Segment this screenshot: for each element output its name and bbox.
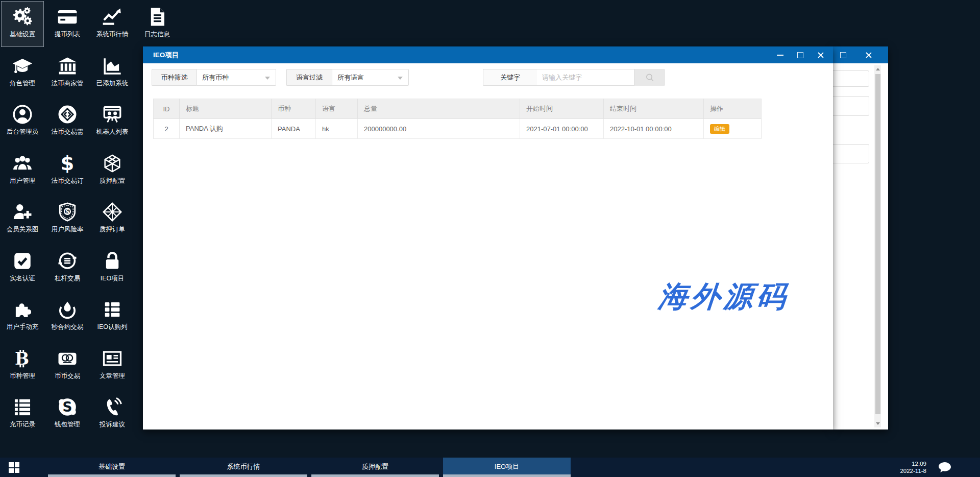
desktop-item-area-chart[interactable]: 已添加系统 bbox=[91, 50, 134, 96]
language-filter-dropdown[interactable]: 所有语言 bbox=[332, 69, 409, 86]
taskbar-tab[interactable]: 系统币行情 bbox=[180, 458, 307, 477]
desktop-item-puzzle[interactable]: 用户手动充 bbox=[1, 294, 44, 340]
clipped-input-field[interactable] bbox=[833, 144, 869, 163]
clipped-input-field[interactable] bbox=[833, 70, 869, 87]
desktop-item-bitcoin[interactable]: B币种管理 bbox=[1, 343, 44, 389]
desktop-item-label: 用户风险率 bbox=[52, 225, 84, 234]
desktop-item-risk-shield[interactable]: S用户风险率 bbox=[46, 196, 89, 242]
actions-cell: 编辑 bbox=[704, 119, 762, 139]
graduation-cap-icon bbox=[12, 55, 33, 77]
desktop-item-exchange-diamond[interactable]: 法币交易需 bbox=[46, 99, 89, 145]
table-cell: PANDA 认购 bbox=[180, 119, 272, 139]
taskbar-items: 基础设置系统币行情质押配置IEO项目 bbox=[48, 458, 571, 477]
taskbar-tab[interactable]: 质押配置 bbox=[311, 458, 439, 477]
desktop-item-robot-board[interactable]: 机器人列表 bbox=[91, 99, 134, 145]
users-group-icon bbox=[12, 153, 33, 174]
desktop-item-label: 日志信息 bbox=[144, 30, 170, 39]
taskbar-clock[interactable]: 12:09 2022-11-8 bbox=[900, 460, 926, 474]
window-titlebar[interactable]: IEO项目 bbox=[143, 46, 833, 63]
desktop-item-cube-wireframe[interactable]: 质押配置 bbox=[91, 148, 134, 194]
desktop-item-label: 法币交易需 bbox=[52, 128, 84, 136]
desktop-item-label: 基础设置 bbox=[10, 30, 35, 39]
clock-date: 2022-11-8 bbox=[900, 467, 926, 474]
search-button[interactable] bbox=[634, 69, 665, 86]
start-button[interactable] bbox=[0, 458, 29, 477]
desktop-item-mastercard[interactable]: 币币交易 bbox=[46, 343, 89, 389]
close-icon bbox=[817, 52, 824, 59]
window-title: IEO项目 bbox=[153, 46, 179, 63]
desktop-item-trend-chart[interactable]: 系统币行情 bbox=[91, 1, 134, 47]
window-controls bbox=[770, 46, 831, 63]
desktop-item-label: IEO项目 bbox=[101, 274, 125, 283]
desktop-item-phone-feedback[interactable]: 投诉建议 bbox=[91, 391, 134, 437]
open-window-indicator bbox=[180, 474, 307, 477]
desktop-item-label: 后台管理员 bbox=[7, 128, 39, 136]
chat-bubble-icon[interactable] bbox=[938, 462, 951, 473]
desktop-item-label: 质押配置 bbox=[100, 177, 125, 185]
desktop-item-label: 文章管理 bbox=[100, 372, 125, 380]
bitcoin-icon: B bbox=[12, 348, 33, 369]
desktop-item-admin-user[interactable]: 后台管理员 bbox=[1, 99, 44, 145]
currency-filter-dropdown[interactable]: 所有币种 bbox=[197, 69, 276, 86]
desktop-item-user-add[interactable]: 会员关系图 bbox=[1, 196, 44, 242]
maximize-button[interactable] bbox=[790, 46, 811, 63]
desktop-item-label: 会员关系图 bbox=[7, 225, 39, 234]
user-add-icon bbox=[12, 201, 33, 223]
column-header: 标题 bbox=[180, 99, 272, 119]
article-news-icon bbox=[102, 348, 123, 369]
desktop-item-margin-coin[interactable]: 杠杆交易 bbox=[46, 245, 89, 291]
desktop-item-subscribe-list[interactable]: IEO认购列 bbox=[91, 294, 134, 340]
table-row: 2PANDA 认购PANDAhk200000000.002021-07-01 0… bbox=[154, 119, 762, 139]
desktop-item-settings-gears[interactable]: 基础设置 bbox=[1, 1, 44, 47]
keyword-input[interactable] bbox=[537, 69, 634, 86]
desktop-item-diamond-lattice[interactable]: 质押订单 bbox=[91, 196, 134, 242]
desktop-item-skype-wallet[interactable]: S钱包管理 bbox=[46, 391, 89, 437]
desktop-item-log-file[interactable]: 日志信息 bbox=[136, 1, 179, 47]
taskbar-tab[interactable]: 基础设置 bbox=[48, 458, 176, 477]
minimize-button[interactable] bbox=[770, 46, 790, 63]
desktop-item-label: 币种管理 bbox=[10, 372, 35, 380]
background-window-titlebar[interactable] bbox=[833, 46, 888, 63]
withdraw-card-icon bbox=[57, 6, 78, 28]
language-filter-group: 语言过滤 所有语言 bbox=[286, 69, 409, 86]
open-window-indicator bbox=[48, 474, 176, 477]
desktop-item-graduation-cap[interactable]: 角色管理 bbox=[1, 50, 44, 96]
desktop-item-withdraw-card[interactable]: 提币列表 bbox=[46, 1, 89, 47]
column-header: 结束时间 bbox=[604, 99, 704, 119]
check-square-icon bbox=[12, 250, 33, 272]
scroll-down-icon[interactable] bbox=[876, 422, 880, 425]
clipped-input-field[interactable] bbox=[833, 96, 869, 116]
maximize-icon bbox=[840, 52, 846, 58]
maximize-button[interactable] bbox=[833, 46, 853, 63]
keyword-label: 关键字 bbox=[483, 69, 537, 86]
desktop-item-check-square[interactable]: 实名认证 bbox=[1, 245, 44, 291]
desktop-item-padlock-open[interactable]: IEO项目 bbox=[91, 245, 134, 291]
taskbar-tab[interactable]: IEO项目 bbox=[443, 458, 571, 477]
table-cell: 200000000.00 bbox=[358, 119, 520, 139]
close-button[interactable] bbox=[811, 46, 831, 63]
edit-button[interactable]: 编辑 bbox=[710, 124, 729, 134]
column-header: 语言 bbox=[316, 99, 358, 119]
minimize-icon bbox=[777, 55, 783, 56]
close-icon bbox=[865, 52, 872, 59]
desktop-item-users-group[interactable]: 用户管理 bbox=[1, 148, 44, 194]
currency-filter-label: 币种筛选 bbox=[152, 69, 197, 86]
table-cell: 2021-07-01 00:00:00 bbox=[520, 119, 604, 139]
desktop-item-label: 质押订单 bbox=[100, 225, 125, 234]
padlock-open-icon bbox=[102, 250, 123, 272]
scroll-up-icon[interactable] bbox=[876, 68, 880, 70]
desktop-item-bank[interactable]: 法币商家管 bbox=[46, 50, 89, 96]
vertical-scrollbar[interactable] bbox=[874, 65, 881, 427]
desktop-item-deposit-list[interactable]: 充币记录 bbox=[1, 391, 44, 437]
phone-feedback-icon bbox=[102, 396, 123, 418]
area-chart-icon bbox=[102, 55, 123, 77]
scrollbar-thumb[interactable] bbox=[875, 74, 880, 414]
close-button[interactable] bbox=[859, 46, 879, 63]
desktop-item-rebel-emblem[interactable]: 秒合约交易 bbox=[46, 294, 89, 340]
admin-user-icon bbox=[12, 104, 33, 125]
windows-logo-icon bbox=[9, 462, 19, 473]
cube-wireframe-icon bbox=[102, 153, 123, 174]
desktop-item-dollar[interactable]: $法币交易订 bbox=[46, 148, 89, 194]
margin-coin-icon bbox=[57, 250, 78, 272]
desktop-item-article-news[interactable]: 文章管理 bbox=[91, 343, 134, 389]
